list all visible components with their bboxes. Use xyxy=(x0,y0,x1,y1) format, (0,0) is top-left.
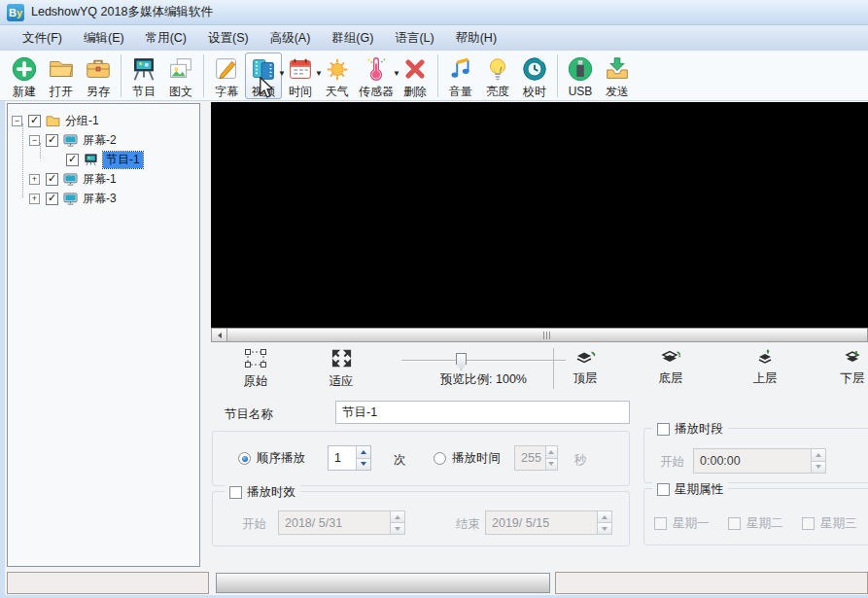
tree-item-label[interactable]: 屏幕-3 xyxy=(83,191,117,207)
menu-edit[interactable]: 编辑(E) xyxy=(73,26,135,51)
week-attribute-label: 星期属性 xyxy=(675,481,723,498)
menu-help[interactable]: 帮助(H) xyxy=(445,26,507,51)
new-icon xyxy=(10,53,39,85)
hscrollbar-thumb[interactable] xyxy=(227,328,868,342)
preview-zoom-slider-group: 预览比例: 100% xyxy=(389,346,578,388)
play-mode-group: 顺序播放 1 次 播放时间 255 秒 xyxy=(212,431,630,486)
top-layer-button[interactable]: 顶层 xyxy=(564,349,607,387)
menu-advanced[interactable]: 高级(A) xyxy=(260,26,322,51)
tree-item-label[interactable]: 屏幕-2 xyxy=(83,132,117,149)
program-button[interactable]: 节目 xyxy=(125,53,162,99)
expand-icon[interactable]: + xyxy=(29,193,40,204)
pencil-edit-icon xyxy=(212,53,241,85)
spin-down-icon xyxy=(598,523,611,534)
tree-item-label-selected[interactable]: 节目-1 xyxy=(103,152,143,168)
zoom-slider-track[interactable] xyxy=(401,360,566,362)
tree-item-screen2[interactable]: − 屏幕-2 xyxy=(29,131,117,149)
subtitle-button[interactable]: 字幕 xyxy=(208,53,245,99)
tree-item-label[interactable]: 分组-1 xyxy=(65,113,99,129)
upper-layer-button[interactable]: 上层 xyxy=(744,349,786,387)
image-text-button[interactable]: 图文 xyxy=(162,53,199,99)
fit-button[interactable]: 适应 xyxy=(320,349,363,390)
new-button[interactable]: 新建 xyxy=(6,53,43,99)
monday-label: 星期一 xyxy=(673,515,710,532)
menu-file[interactable]: 文件(F) xyxy=(12,26,73,51)
tree-item-program1[interactable]: 节目-1 xyxy=(60,151,143,168)
program-name-label: 节目名称 xyxy=(225,406,273,423)
group1-checkbox[interactable] xyxy=(28,115,41,127)
sensor-button[interactable]: 传感器 ▼ xyxy=(356,53,397,99)
validity-end-date: 2019/ 5/15 xyxy=(485,510,612,535)
collapse-icon[interactable]: − xyxy=(12,116,22,126)
open-button[interactable]: 打开 xyxy=(43,53,80,99)
original-size-icon xyxy=(244,349,267,370)
preview-controls: 原始 适应 预览比例: 100% 顶层 底层 xyxy=(211,342,868,394)
spin-up-icon[interactable] xyxy=(357,446,370,459)
delete-button[interactable]: 删除 xyxy=(397,53,434,99)
scroll-left-button[interactable] xyxy=(211,328,227,342)
screen2-checkbox[interactable] xyxy=(46,134,58,147)
screen1-checkbox[interactable] xyxy=(46,173,58,186)
menu-bar: 文件(F) 编辑(E) 常用(C) 设置(S) 高级(A) 群组(G) 语言(L… xyxy=(0,25,868,51)
spin-up-icon xyxy=(812,449,825,462)
usb-button[interactable]: USB xyxy=(562,53,599,99)
delete-x-icon xyxy=(400,53,430,85)
monitor-icon xyxy=(63,134,78,147)
play-duration-label: 播放时间 xyxy=(452,450,501,467)
briefcase-icon xyxy=(84,53,113,85)
play-period-label: 播放时段 xyxy=(675,421,723,438)
program-name-input[interactable]: 节目-1 xyxy=(335,401,630,424)
send-button[interactable]: 发送 xyxy=(599,53,636,99)
menu-common[interactable]: 常用(C) xyxy=(135,26,197,51)
mouse-cursor xyxy=(259,77,274,101)
toolbar-separator xyxy=(437,54,438,97)
time-sync-button[interactable]: 校时 xyxy=(516,53,553,99)
original-size-button[interactable]: 原始 xyxy=(234,349,277,390)
controls-separator xyxy=(553,348,554,389)
tree-item-label[interactable]: 屏幕-1 xyxy=(83,171,117,188)
seconds-unit-label: 秒 xyxy=(574,452,587,469)
sun-icon xyxy=(323,53,352,85)
menu-group[interactable]: 群组(G) xyxy=(321,26,384,51)
tree-item-screen3[interactable]: + 屏幕-3 xyxy=(29,190,117,207)
play-duration-spinner: 255 xyxy=(514,445,558,471)
screen3-checkbox[interactable] xyxy=(46,193,58,205)
period-start-label: 开始 xyxy=(660,454,684,471)
zoom-slider-thumb[interactable] xyxy=(456,353,467,370)
tree-item-screen1[interactable]: + 屏幕-1 xyxy=(29,170,117,188)
tree-item-group1[interactable]: − 分组-1 xyxy=(12,112,99,129)
lower-layer-icon xyxy=(842,349,863,368)
spin-up-icon xyxy=(546,446,557,459)
clock-sync-icon xyxy=(520,53,549,85)
play-period-checkbox[interactable] xyxy=(657,423,670,436)
toolbar-separator xyxy=(557,54,558,97)
week-attribute-group: 星期属性 星期一 星期二 星期三 xyxy=(643,488,868,545)
brightness-button[interactable]: 亮度 xyxy=(479,53,516,99)
thermometer-icon xyxy=(362,53,391,85)
lower-layer-button[interactable]: 下层 xyxy=(831,349,868,387)
play-validity-checkbox[interactable] xyxy=(229,486,242,499)
bottom-layer-button[interactable]: 底层 xyxy=(649,349,692,387)
play-count-spinner[interactable]: 1 xyxy=(328,445,371,471)
program1-checkbox[interactable] xyxy=(66,154,79,166)
sequential-play-radio[interactable] xyxy=(238,452,251,465)
spin-down-icon xyxy=(546,459,557,471)
time-button[interactable]: 时间 ▼ xyxy=(282,53,319,99)
expand-icon[interactable]: + xyxy=(29,174,40,185)
save-as-button[interactable]: 另存 xyxy=(80,53,117,99)
wednesday-checkbox xyxy=(802,517,815,530)
validity-end-label: 结束 xyxy=(456,516,480,533)
week-attribute-checkbox[interactable] xyxy=(657,483,670,496)
weather-button[interactable]: 天气 xyxy=(319,53,356,99)
menu-language[interactable]: 语言(L) xyxy=(384,26,444,51)
preview-canvas[interactable] xyxy=(211,102,868,328)
collapse-icon[interactable]: − xyxy=(29,135,40,146)
period-start-time: 0:00:00 xyxy=(693,448,826,474)
preview-hscrollbar[interactable] xyxy=(211,328,868,342)
menu-settings[interactable]: 设置(S) xyxy=(197,26,260,51)
tree-guide-line xyxy=(22,123,23,197)
volume-button[interactable]: 音量 xyxy=(442,53,479,99)
play-duration-radio[interactable] xyxy=(434,452,446,465)
spin-down-icon[interactable] xyxy=(357,459,370,471)
toolbar-separator xyxy=(203,54,204,97)
